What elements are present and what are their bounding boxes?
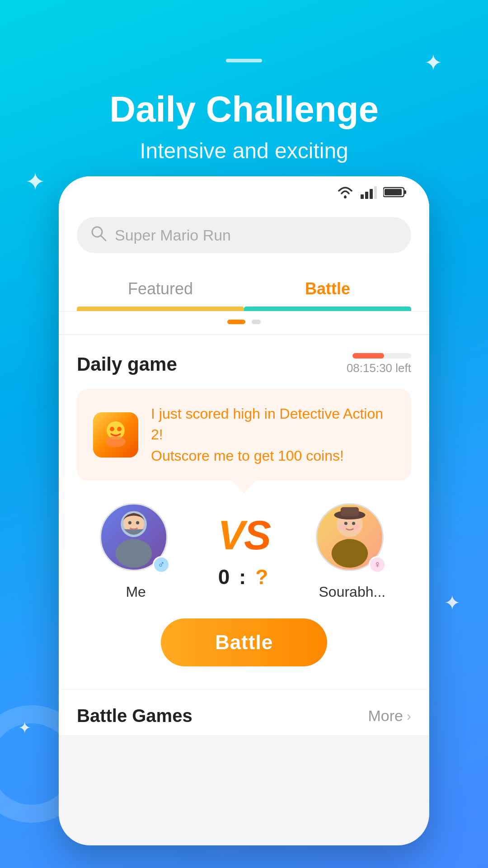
tabs-area: Featured Battle — [59, 267, 429, 311]
vs-col: VS 0 : ? — [218, 515, 270, 589]
svg-rect-6 — [404, 190, 406, 194]
dot-inactive — [252, 320, 261, 324]
sparkle-decoration-3: ✦ — [444, 591, 461, 615]
game-icon — [98, 417, 134, 453]
player-opponent-col: ♀ Sourabh... — [316, 503, 388, 600]
header-bar — [226, 59, 262, 62]
vs-text: VS — [218, 515, 270, 556]
search-area: Super Mario Run — [59, 208, 429, 267]
player-me-name: Me — [126, 584, 145, 600]
svg-rect-1 — [361, 194, 364, 199]
svg-point-12 — [110, 427, 114, 431]
tab-featured[interactable]: Featured — [77, 267, 244, 311]
timer-area: 08:15:30 left — [347, 353, 411, 375]
search-icon — [90, 225, 107, 245]
vs-s: S — [244, 513, 270, 558]
header-area: Daily Challenge Intensive and exciting — [0, 0, 488, 186]
challenge-text: I just scored high in Detective Action 2… — [151, 403, 395, 466]
signal-icon — [361, 185, 377, 199]
svg-point-0 — [344, 196, 347, 198]
svg-point-26 — [340, 524, 347, 530]
main-content: Daily game 08:15:30 left — [59, 335, 429, 689]
phone-mockup: Super Mario Run Featured Battle Daily ga… — [59, 176, 429, 845]
svg-line-9 — [101, 236, 106, 241]
gender-badge-female: ♀ — [369, 556, 386, 573]
search-bar[interactable]: Super Mario Run — [77, 217, 411, 253]
challenge-card[interactable]: I just scored high in Detective Action 2… — [77, 389, 411, 481]
svg-rect-23 — [341, 507, 359, 516]
avatar-me-wrap: ♂ — [100, 503, 172, 576]
tab-battle-label: Battle — [305, 279, 350, 298]
game-thumb-inner — [93, 412, 138, 458]
svg-rect-4 — [374, 186, 377, 199]
dots-indicator — [59, 311, 429, 335]
battle-button-wrap: Battle — [77, 618, 411, 666]
search-placeholder-text: Super Mario Run — [115, 226, 231, 244]
dot-active — [227, 320, 245, 324]
svg-rect-2 — [365, 192, 368, 199]
daily-game-header: Daily game 08:15:30 left — [77, 353, 411, 375]
tab-bar-battle — [244, 307, 411, 311]
battery-icon — [383, 186, 407, 198]
score-display: 0 : ? — [218, 565, 270, 589]
vs-section: ♂ Me VS 0 : ? — [77, 503, 411, 600]
score-me: 0 — [218, 565, 232, 589]
game-thumbnail — [93, 412, 138, 458]
timer-text: 08:15:30 left — [347, 361, 411, 375]
main-title: Daily Challenge — [0, 90, 488, 129]
avatar-opponent-wrap: ♀ — [316, 503, 388, 576]
more-label: More — [368, 707, 403, 725]
timer-bar-fill — [352, 353, 384, 359]
svg-rect-7 — [385, 189, 402, 195]
timer-bar-bg — [352, 353, 411, 359]
tab-featured-label: Featured — [128, 279, 193, 298]
wifi-icon — [336, 185, 354, 199]
gender-badge-male: ♂ — [153, 556, 170, 573]
svg-point-20 — [332, 539, 368, 567]
more-link[interactable]: More › — [368, 707, 411, 725]
svg-point-18 — [136, 521, 139, 524]
bottom-header: Battle Games More › — [77, 706, 411, 726]
svg-point-8 — [92, 227, 102, 237]
score-sep: : — [239, 565, 248, 589]
svg-point-17 — [128, 521, 131, 524]
chevron-right-icon: › — [407, 708, 411, 724]
svg-point-15 — [115, 539, 152, 567]
svg-point-11 — [106, 436, 126, 447]
svg-point-27 — [353, 524, 360, 530]
svg-rect-3 — [370, 189, 373, 199]
tab-bar-featured — [77, 307, 244, 311]
status-icons — [336, 185, 407, 199]
bottom-section: Battle Games More › — [59, 689, 429, 735]
svg-point-13 — [117, 427, 122, 431]
player-opponent-name: Sourabh... — [319, 584, 386, 600]
player-me-col: ♂ Me — [100, 503, 172, 600]
daily-game-title: Daily game — [77, 354, 177, 375]
battle-games-title: Battle Games — [77, 706, 192, 726]
battle-button[interactable]: Battle — [161, 618, 327, 666]
vs-v: V — [218, 513, 244, 558]
sub-title: Intensive and exciting — [0, 138, 488, 163]
tab-battle[interactable]: Battle — [244, 267, 411, 311]
score-opponent: ? — [255, 565, 270, 589]
